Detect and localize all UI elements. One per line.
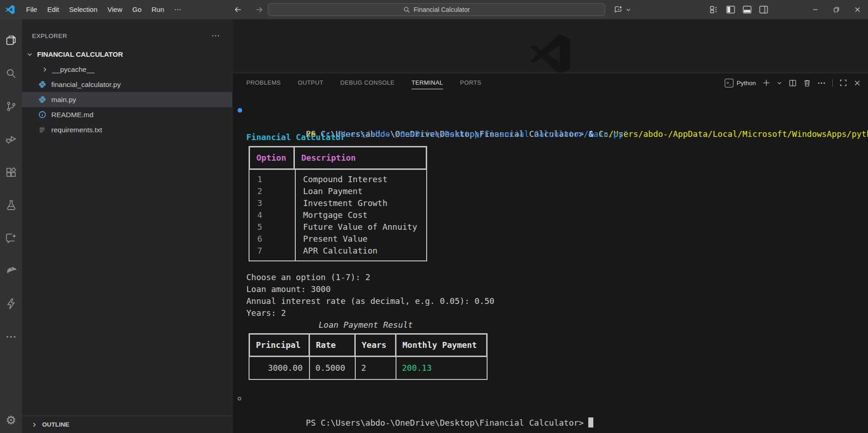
options-table-body: 1Compound Interest 2Loan Payment 3Invest…	[249, 170, 427, 261]
tree-item-label: financial_calculator.py	[51, 81, 121, 89]
tree-root-financial-calculator[interactable]: FINANCIAL CALCULATOR	[22, 47, 232, 62]
result-table: Principal Rate Years Monthly Payment 300…	[249, 333, 488, 380]
table-row: 7APR Calculation	[250, 245, 426, 257]
menu-more[interactable]: ⋯	[169, 0, 186, 19]
chevron-right-icon	[31, 422, 38, 428]
activity-source-control[interactable]	[0, 90, 22, 123]
terminal-profile[interactable]: >_ Python	[725, 79, 756, 87]
io-lines: Choose an option (1-7): 2 Loan amount: 3…	[246, 271, 868, 319]
gear-icon: ⚙	[5, 414, 16, 426]
menu-go[interactable]: Go	[127, 0, 146, 19]
trash-icon[interactable]	[803, 79, 811, 87]
sidebar-more-button[interactable]: ⋯	[212, 31, 220, 41]
activity-extensions[interactable]	[0, 156, 22, 189]
back-arrow-icon[interactable]	[233, 5, 243, 14]
activity-run-debug[interactable]	[0, 123, 22, 156]
option-number: 3	[250, 197, 296, 209]
new-terminal-icon[interactable]	[763, 79, 770, 87]
list-icon	[38, 126, 46, 134]
menu-bar: File Edit Selection View Go Run ⋯	[21, 0, 186, 19]
tree-item-label: __pycache__	[52, 65, 94, 74]
tree-item-readme-md[interactable]: README.md	[22, 107, 232, 122]
split-terminal-icon[interactable]	[789, 79, 797, 87]
activity-lightning-extension[interactable]	[0, 287, 22, 320]
toggle-panel-icon[interactable]	[743, 5, 752, 14]
divider	[832, 79, 833, 87]
tab-problems[interactable]: PROBLEMS	[246, 73, 281, 92]
option-number: 4	[250, 209, 296, 221]
chevron-down-icon[interactable]	[777, 81, 782, 86]
table-row: 5Future Value of Annuity	[250, 221, 426, 233]
explorer-icon	[5, 34, 17, 46]
terminal-output[interactable]: PS C:\Users\abdo-\OneDrive\Desktop\Finan…	[233, 92, 868, 433]
close-panel-icon[interactable]	[854, 80, 861, 87]
menu-file[interactable]: File	[21, 0, 42, 19]
source-control-icon	[5, 101, 17, 112]
menu-run[interactable]: Run	[146, 0, 169, 19]
option-number: 2	[250, 185, 296, 197]
tab-debug-console[interactable]: DEBUG CONSOLE	[340, 73, 395, 92]
option-number: 1	[250, 173, 296, 185]
tree-item-main-py[interactable]: main.py	[22, 92, 232, 107]
column-divider	[355, 357, 356, 379]
maximize-panel-icon[interactable]	[840, 79, 847, 87]
chevron-down-icon	[626, 7, 631, 12]
tree-item-requirements-txt[interactable]: requirements.txt	[22, 122, 232, 137]
command-center-search[interactable]: Financial Calculator	[268, 3, 605, 16]
option-description: Future Value of Annuity	[296, 221, 417, 233]
header-rate: Rate	[310, 335, 356, 356]
tab-output[interactable]: OUTPUT	[298, 73, 323, 92]
layout-controls	[710, 0, 768, 19]
app-title: Financial Calculator	[246, 131, 868, 143]
tab-terminal[interactable]: TERMINAL	[412, 73, 443, 92]
forward-arrow-icon[interactable]	[255, 5, 264, 14]
table-row: 3Investment Growth	[250, 197, 426, 209]
activity-chat[interactable]	[0, 222, 22, 254]
info-icon	[38, 111, 46, 119]
panel-actions: >_ Python	[725, 73, 861, 92]
terminal-prompt-line[interactable]: PS C:\Users\abdo-\OneDrive\Desktop\Finan…	[246, 393, 868, 405]
table-row: 6Present Value	[250, 233, 426, 245]
python-icon	[38, 96, 46, 104]
panel-header: PROBLEMS OUTPUT DEBUG CONSOLE TERMINAL P…	[233, 73, 868, 92]
customize-layout-icon[interactable]	[710, 5, 719, 14]
extensions-icon	[5, 167, 17, 178]
table-row: 4Mortgage Cost	[250, 209, 426, 221]
manage-button[interactable]: ⚙	[0, 407, 22, 433]
activity-testing[interactable]	[0, 189, 22, 222]
more-actions-icon[interactable]	[818, 82, 825, 84]
tab-ports[interactable]: PORTS	[460, 73, 482, 92]
tree-item-financial-calculator-py[interactable]: financial_calculator.py	[22, 77, 232, 92]
activity-search[interactable]	[0, 57, 22, 90]
close-window-button[interactable]	[847, 0, 868, 19]
root-folder-label: FINANCIAL CALCULATOR	[37, 50, 123, 58]
toggle-secondary-sidebar-icon[interactable]	[759, 5, 768, 14]
close-icon	[854, 6, 861, 13]
activity-explorer[interactable]	[0, 24, 22, 57]
table-row: 1Compound Interest	[250, 173, 426, 185]
outline-section-header[interactable]: OUTLINE	[22, 416, 232, 433]
monthly-payment-value: 200.13	[396, 362, 432, 374]
terminal-command-wrap-line: xe "c:/Users/abdo-/OneDrive/Desktop/Fina…	[246, 116, 868, 128]
activity-more[interactable]	[0, 320, 22, 353]
header-monthly-payment: Monthly Payment	[396, 335, 486, 356]
activity-anteater-extension[interactable]	[0, 254, 22, 287]
option-description: Investment Growth	[296, 197, 387, 209]
io-line: Loan amount: 3000	[246, 283, 868, 295]
menu-edit[interactable]: Edit	[42, 0, 64, 19]
restore-button[interactable]	[826, 0, 847, 19]
toggle-sidebar-icon[interactable]	[726, 5, 735, 14]
option-description: Mortgage Cost	[296, 209, 368, 221]
tree-item-pycache[interactable]: __pycache__	[22, 62, 232, 77]
title-bar: File Edit Selection View Go Run ⋯ Financ…	[0, 0, 868, 19]
menu-view[interactable]: View	[103, 0, 127, 19]
rate-value: 0.5000	[309, 362, 355, 374]
minimize-icon	[812, 6, 819, 13]
minimize-button[interactable]	[805, 0, 826, 19]
menu-selection[interactable]: Selection	[64, 0, 103, 19]
copilot-button[interactable]	[613, 0, 631, 19]
io-line: Years: 2	[246, 307, 868, 319]
prompt-dec­oration-icon	[238, 397, 241, 401]
option-description: Present Value	[296, 233, 368, 245]
result-table-row: 3000.00 0.5000 2 200.13	[249, 357, 488, 380]
